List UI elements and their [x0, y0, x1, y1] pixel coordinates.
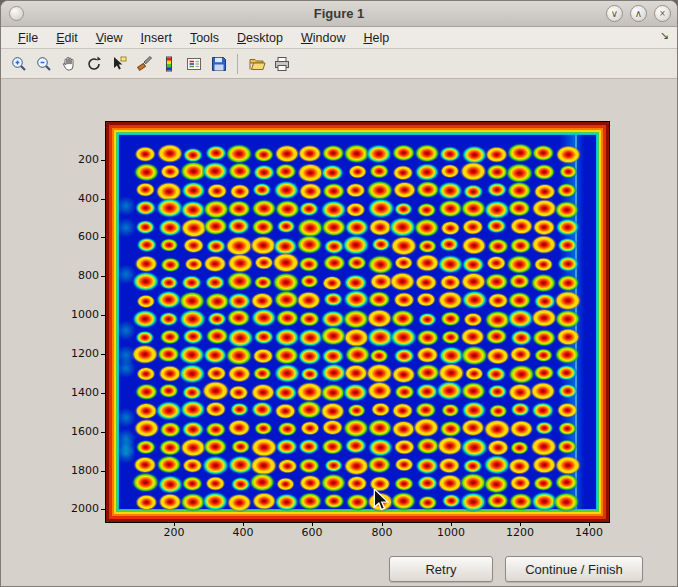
x-tick-label: 1200 — [500, 527, 540, 539]
brush-icon — [135, 55, 153, 73]
insert-legend-button[interactable] — [182, 52, 205, 75]
figure-window: Figure 1 ∨ ∧ × File Edit View Insert Too… — [0, 0, 678, 587]
y-tick-label: 1000 — [57, 309, 99, 321]
window-controls: ∨ ∧ × — [606, 5, 671, 22]
print-button[interactable] — [270, 52, 293, 75]
zoom-in-icon — [10, 55, 28, 73]
plot-canvas[interactable] — [106, 122, 609, 522]
menu-tools[interactable]: Tools — [183, 30, 226, 46]
dock-figure-icon[interactable]: ↘ — [660, 29, 669, 42]
y-tick-label: 1800 — [57, 465, 99, 477]
zoom-out-button[interactable] — [32, 52, 55, 75]
y-tick-label: 2000 — [57, 503, 99, 515]
continue-finish-button[interactable]: Continue / Finish — [505, 556, 643, 582]
close-button[interactable]: × — [654, 5, 671, 22]
menubar: File Edit View Insert Tools Desktop Wind… — [1, 27, 677, 49]
rotate-icon — [85, 55, 103, 73]
brush-button[interactable] — [132, 52, 155, 75]
save-button[interactable] — [207, 52, 230, 75]
pan-hand-icon — [60, 55, 78, 73]
x-tick-label: 1000 — [431, 527, 471, 539]
menu-desktop[interactable]: Desktop — [230, 30, 290, 46]
rotate-3d-button[interactable] — [82, 52, 105, 75]
y-tick-label: 400 — [57, 193, 99, 205]
open-button[interactable] — [245, 52, 268, 75]
x-tick-label: 1400 — [569, 527, 609, 539]
menu-help[interactable]: Help — [356, 30, 396, 46]
x-tick-label: 800 — [362, 527, 402, 539]
menu-window[interactable]: Window — [294, 30, 352, 46]
figure-toolbar — [1, 49, 677, 79]
x-tick-label: 600 — [292, 527, 332, 539]
menu-view[interactable]: View — [89, 30, 130, 46]
shade-button[interactable]: ∨ — [606, 5, 623, 22]
y-tick-label: 1400 — [57, 387, 99, 399]
menu-edit[interactable]: Edit — [49, 30, 85, 46]
insert-colorbar-button[interactable] — [157, 52, 180, 75]
y-tick-label: 800 — [57, 270, 99, 282]
window-title: Figure 1 — [1, 1, 677, 27]
print-icon — [273, 55, 291, 73]
open-folder-icon — [248, 55, 266, 73]
plot-axes — [105, 121, 610, 523]
window-menu-icon[interactable] — [9, 6, 24, 21]
y-tick-label: 1600 — [57, 426, 99, 438]
save-floppy-icon — [210, 55, 228, 73]
data-cursor-icon — [110, 55, 128, 73]
zoom-out-icon — [35, 55, 53, 73]
retry-button[interactable]: Retry — [389, 556, 493, 582]
data-cursor-button[interactable] — [107, 52, 130, 75]
y-tick-label: 200 — [57, 154, 99, 166]
menu-file[interactable]: File — [11, 30, 45, 46]
y-tick-label: 600 — [57, 231, 99, 243]
legend-icon — [185, 55, 203, 73]
maximize-button[interactable]: ∧ — [630, 5, 647, 22]
mouse-cursor-icon — [373, 489, 389, 513]
zoom-in-button[interactable] — [7, 52, 30, 75]
toolbar-separator — [237, 54, 238, 74]
colorbar-icon — [160, 55, 178, 73]
x-tick-label: 200 — [154, 527, 194, 539]
menu-insert[interactable]: Insert — [134, 30, 179, 46]
titlebar[interactable]: Figure 1 ∨ ∧ × — [1, 1, 677, 27]
pan-button[interactable] — [57, 52, 80, 75]
x-tick-label: 400 — [223, 527, 263, 539]
y-tick-label: 1200 — [57, 348, 99, 360]
